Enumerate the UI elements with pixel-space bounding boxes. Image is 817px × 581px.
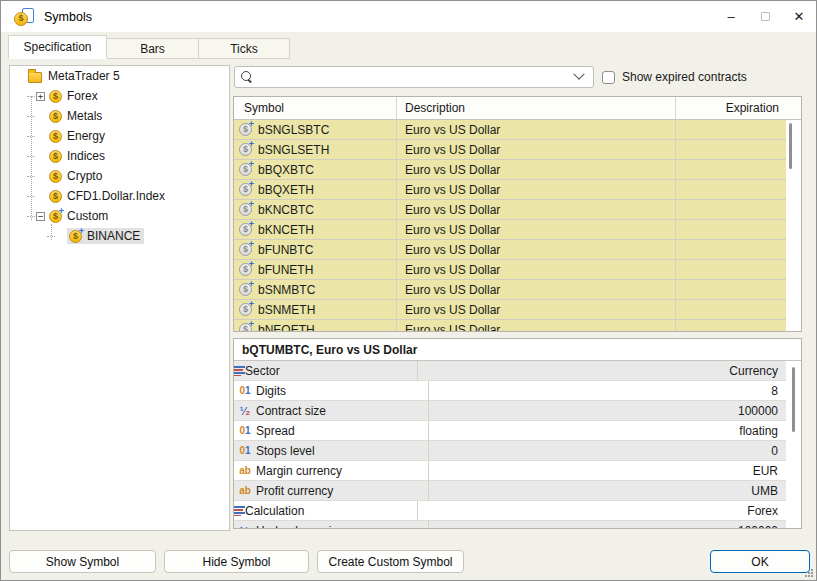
- property-label: Stops level: [256, 444, 428, 458]
- column-header-description[interactable]: Description: [396, 97, 675, 119]
- tab[interactable]: Specification: [8, 35, 107, 59]
- symbol-row[interactable]: bKNCETH Euro vs US Dollar: [234, 220, 786, 240]
- symbol-row[interactable]: bSNGLSBTC Euro vs US Dollar: [234, 120, 786, 140]
- specification-row: Spread floating: [234, 421, 786, 441]
- property-type-icon: [234, 465, 256, 476]
- column-header-symbol[interactable]: Symbol: [234, 97, 396, 119]
- search-input[interactable]: [253, 70, 575, 84]
- symbol-name: bKNCBTC: [258, 203, 314, 217]
- custom-symbol-icon: [239, 263, 252, 276]
- tab[interactable]: Ticks: [198, 38, 290, 59]
- symbol-tree: MetaTrader 5 + Forex Metals Energy: [9, 65, 230, 531]
- tree-item[interactable]: Indices: [10, 146, 229, 166]
- resize-grip[interactable]: [804, 568, 814, 578]
- symbol-expiration: [675, 120, 786, 139]
- property-type-icon: [234, 385, 256, 396]
- symbol-row[interactable]: bFUNBTC Euro vs US Dollar: [234, 240, 786, 260]
- symbol-row[interactable]: bSNMBTC Euro vs US Dollar: [234, 280, 786, 300]
- symbol-description: Euro vs US Dollar: [396, 180, 675, 199]
- tree-connector: [27, 136, 35, 137]
- tree-connector: [27, 176, 35, 177]
- symbol-expiration: [675, 140, 786, 159]
- close-icon[interactable]: ✕: [782, 1, 816, 32]
- tree-item[interactable]: Metals: [10, 106, 229, 126]
- show-expired-checkbox[interactable]: [602, 71, 615, 84]
- show-expired-option[interactable]: Show expired contracts: [602, 67, 747, 87]
- tree-expander-icon[interactable]: +: [36, 92, 45, 101]
- tree-connector: [27, 156, 35, 157]
- table-scrollbar[interactable]: [789, 123, 792, 169]
- custom-symbol-icon: [239, 243, 252, 256]
- tree-expander-icon[interactable]: [36, 112, 45, 121]
- property-type-icon: [234, 445, 256, 456]
- tree-item-label: Energy: [67, 129, 105, 143]
- specification-row: Sector Currency: [234, 361, 786, 381]
- symbol-row[interactable]: bFUNETH Euro vs US Dollar: [234, 260, 786, 280]
- tree-item[interactable]: + Forex: [10, 86, 229, 106]
- specification-title: bQTUMBTC, Euro vs US Dollar: [234, 339, 801, 361]
- tree-expander-icon[interactable]: [36, 172, 45, 181]
- custom-symbol-icon: [239, 283, 252, 296]
- specification-row: Digits 8: [234, 381, 786, 401]
- tab-label: Bars: [140, 42, 165, 56]
- specification-row: Contract size 100000: [234, 401, 786, 421]
- symbol-name: bBQXBTC: [258, 163, 314, 177]
- create-custom-symbol-button[interactable]: Create Custom Symbol: [317, 550, 464, 573]
- tree-connector: [27, 196, 35, 197]
- symbol-expiration: [675, 180, 786, 199]
- symbol-row[interactable]: bSNMETH Euro vs US Dollar: [234, 300, 786, 320]
- symbol-name: bSNGLSBTC: [258, 123, 329, 137]
- property-type-icon: [234, 525, 256, 530]
- tree-expander-icon[interactable]: [56, 232, 65, 241]
- property-label: Sector: [245, 364, 417, 378]
- column-header-expiration[interactable]: Expiration: [675, 97, 785, 119]
- tab[interactable]: Bars: [106, 38, 199, 59]
- symbol-expiration: [675, 260, 786, 279]
- symbol-row[interactable]: bBQXETH Euro vs US Dollar: [234, 180, 786, 200]
- tree-expander-icon[interactable]: [36, 152, 45, 161]
- property-type-icon: [234, 405, 256, 417]
- specification-panel: bQTUMBTC, Euro vs US Dollar Sector Curre…: [233, 338, 802, 529]
- property-value: 100000: [428, 521, 786, 529]
- tree-item[interactable]: BINANCE: [10, 226, 229, 246]
- tree-expander-icon[interactable]: [36, 192, 45, 201]
- specification-row: Stops level 0: [234, 441, 786, 461]
- property-type-icon: [234, 366, 245, 376]
- property-value: 100000: [428, 401, 786, 420]
- symbol-row[interactable]: bNEOETH Euro vs US Dollar: [234, 320, 786, 332]
- symbol-name: bNEOETH: [258, 323, 315, 333]
- details-scrollbar[interactable]: [792, 367, 795, 432]
- tab-strip: Specification Bars Ticks: [8, 35, 289, 59]
- symbol-row[interactable]: bBQXBTC Euro vs US Dollar: [234, 160, 786, 180]
- symbol-expiration: [675, 160, 786, 179]
- symbol-group-icon: [49, 130, 62, 143]
- property-label: Contract size: [256, 404, 428, 418]
- tree-item[interactable]: CFD1.Dollar.Index: [10, 186, 229, 206]
- symbol-search[interactable]: [234, 66, 594, 88]
- property-label: Calculation: [245, 504, 417, 518]
- symbols-dialog: Symbols – ✕ Specification Bars Ticks Met…: [0, 0, 817, 581]
- property-value: EUR: [428, 461, 786, 480]
- symbol-name: bKNCETH: [258, 223, 314, 237]
- ok-button[interactable]: OK: [710, 550, 810, 573]
- minimize-icon[interactable]: –: [714, 1, 748, 32]
- custom-symbol-icon: [239, 223, 252, 236]
- symbol-description: Euro vs US Dollar: [396, 160, 675, 179]
- hide-symbol-button[interactable]: Hide Symbol: [164, 550, 309, 573]
- tree-item[interactable]: Energy: [10, 126, 229, 146]
- symbol-row[interactable]: bKNCBTC Euro vs US Dollar: [234, 200, 786, 220]
- tree-connector: [47, 236, 55, 237]
- property-label: Profit currency: [256, 484, 428, 498]
- symbol-row[interactable]: bSNGLSETH Euro vs US Dollar: [234, 140, 786, 160]
- tree-item[interactable]: Crypto: [10, 166, 229, 186]
- tree-item[interactable]: − Custom: [10, 206, 229, 226]
- tree-expander-icon[interactable]: [36, 132, 45, 141]
- show-symbol-button[interactable]: Show Symbol: [9, 550, 156, 573]
- custom-symbol-icon: [239, 203, 252, 216]
- tree-expander-icon[interactable]: −: [36, 212, 45, 221]
- tree-item[interactable]: MetaTrader 5: [10, 66, 229, 86]
- symbol-description: Euro vs US Dollar: [396, 280, 675, 299]
- title-bar: Symbols – ✕: [1, 1, 816, 32]
- chevron-down-icon[interactable]: [573, 69, 584, 80]
- symbol-description: Euro vs US Dollar: [396, 260, 675, 279]
